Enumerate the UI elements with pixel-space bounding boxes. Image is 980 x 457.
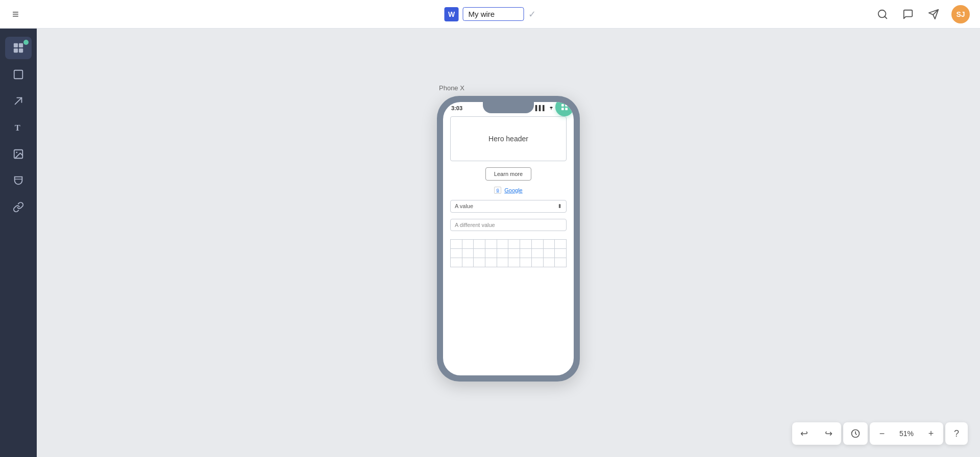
sidebar-item-text[interactable]: T bbox=[5, 116, 32, 139]
grid-cell bbox=[531, 258, 543, 267]
status-time: 3:03 bbox=[451, 105, 462, 111]
grid-cell bbox=[497, 239, 508, 248]
hero-header-text: Hero header bbox=[488, 135, 528, 143]
grid-cell bbox=[462, 258, 474, 267]
share-button[interactable] bbox=[926, 7, 941, 22]
zoom-in-button[interactable]: + bbox=[919, 422, 943, 445]
grid-cell bbox=[531, 239, 543, 248]
svg-text:T: T bbox=[15, 123, 20, 133]
grid-cell bbox=[462, 248, 474, 258]
grid-cell bbox=[543, 248, 555, 258]
history-button[interactable] bbox=[843, 422, 868, 445]
learn-more-container: Learn more bbox=[450, 167, 567, 181]
svg-rect-16 bbox=[561, 104, 564, 107]
phone-inner: 3:03 ▌▌▌ bbox=[443, 102, 574, 375]
undo-button[interactable]: ↩ bbox=[792, 422, 817, 445]
grid-cell bbox=[520, 258, 532, 267]
zoom-out-button[interactable]: − bbox=[870, 422, 894, 445]
grid-cell bbox=[508, 248, 520, 258]
avatar[interactable]: SJ bbox=[951, 5, 970, 23]
phone-select[interactable]: A value ⬍ bbox=[450, 200, 567, 213]
active-indicator bbox=[23, 40, 29, 45]
redo-button[interactable]: ↪ bbox=[817, 422, 841, 445]
topbar-center: W ✓ bbox=[445, 7, 536, 21]
sidebar-item-frames[interactable] bbox=[5, 63, 32, 86]
grid-cell bbox=[451, 239, 462, 248]
grid-cell bbox=[555, 258, 567, 267]
svg-point-12 bbox=[16, 151, 17, 153]
svg-rect-17 bbox=[565, 104, 568, 107]
grid-cell bbox=[497, 248, 508, 258]
grid-cell bbox=[555, 248, 567, 258]
grid-cell bbox=[508, 239, 520, 248]
svg-rect-18 bbox=[561, 108, 564, 110]
grid-cell bbox=[497, 258, 508, 267]
topbar: ≡ W ✓ SJ bbox=[0, 0, 980, 29]
link-icon bbox=[13, 201, 24, 213]
google-icon: G bbox=[494, 187, 501, 194]
grid-cell bbox=[531, 248, 543, 258]
svg-rect-7 bbox=[19, 48, 23, 53]
grid-cell bbox=[543, 258, 555, 267]
svg-rect-4 bbox=[14, 43, 18, 47]
wifi-icon bbox=[548, 105, 554, 111]
grid-cell bbox=[543, 239, 555, 248]
grid-cell bbox=[474, 258, 485, 267]
signal-icon: ▌▌▌ bbox=[535, 105, 546, 111]
history-toolbar-group: ↩ ↪ bbox=[792, 422, 841, 445]
grid-cell bbox=[451, 248, 462, 258]
grid-cell bbox=[555, 239, 567, 248]
phone-content: Hero header Learn more G Google A value bbox=[443, 112, 574, 271]
phone-grid-container bbox=[450, 237, 567, 267]
fab-button[interactable] bbox=[555, 102, 574, 116]
grid-cell bbox=[451, 258, 462, 267]
text-icon: T bbox=[13, 122, 24, 133]
grid-cell bbox=[485, 239, 497, 248]
topbar-right: SJ bbox=[875, 5, 970, 23]
topbar-left: ≡ bbox=[10, 6, 21, 23]
grid-cell bbox=[520, 239, 532, 248]
phone-frame: 3:03 ▌▌▌ bbox=[437, 96, 580, 382]
phone-input[interactable]: A different value bbox=[450, 219, 567, 231]
components-icon bbox=[13, 42, 24, 54]
svg-rect-19 bbox=[565, 108, 568, 110]
w-badge: W bbox=[445, 7, 459, 21]
help-button[interactable]: ? bbox=[945, 422, 968, 445]
grid-cell bbox=[474, 239, 485, 248]
svg-line-1 bbox=[885, 16, 887, 18]
history-clock-group bbox=[843, 422, 868, 445]
left-sidebar: T bbox=[0, 29, 37, 457]
select-value: A value bbox=[455, 203, 473, 209]
bottom-toolbar: ↩ ↪ − 51% + ? bbox=[792, 422, 968, 445]
google-label: Google bbox=[504, 187, 522, 193]
learn-more-button[interactable]: Learn more bbox=[485, 167, 531, 181]
grid-cell bbox=[520, 248, 532, 258]
zoom-level-display: 51% bbox=[894, 429, 919, 438]
project-name-input[interactable] bbox=[463, 7, 524, 21]
svg-rect-5 bbox=[19, 43, 23, 47]
sidebar-item-image[interactable] bbox=[5, 143, 32, 165]
svg-rect-8 bbox=[14, 70, 23, 79]
sidebar-item-components[interactable] bbox=[5, 37, 32, 59]
google-link[interactable]: G Google bbox=[450, 187, 567, 194]
search-button[interactable] bbox=[875, 7, 890, 22]
svg-rect-6 bbox=[14, 48, 18, 53]
zoom-toolbar-group: − 51% + bbox=[870, 422, 943, 445]
select-arrow-icon: ⬍ bbox=[557, 203, 562, 210]
menu-button[interactable]: ≡ bbox=[10, 6, 21, 23]
phone-notch bbox=[483, 102, 534, 113]
phone-label: Phone X bbox=[439, 84, 464, 92]
cloud-save-icon: ✓ bbox=[528, 9, 536, 20]
grid-cell bbox=[508, 258, 520, 267]
canvas[interactable]: Phone X 3:03 ▌▌▌ bbox=[37, 29, 980, 457]
arrow-icon bbox=[13, 95, 24, 107]
svg-line-9 bbox=[15, 98, 22, 105]
comments-button[interactable] bbox=[900, 7, 916, 22]
phone-grid bbox=[450, 239, 567, 267]
sidebar-item-container[interactable] bbox=[5, 169, 32, 192]
sidebar-item-link[interactable] bbox=[5, 196, 32, 218]
grid-cell bbox=[462, 239, 474, 248]
sidebar-item-arrow[interactable] bbox=[5, 90, 32, 112]
phone-container: Phone X 3:03 ▌▌▌ bbox=[437, 84, 580, 382]
grid-cell bbox=[485, 258, 497, 267]
